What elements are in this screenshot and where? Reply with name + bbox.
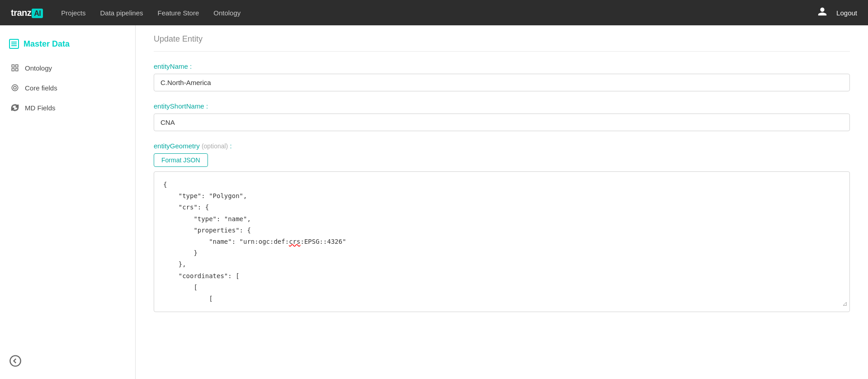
refresh-icon [10,103,19,112]
svg-point-5 [14,86,16,89]
entity-geometry-label: entityGeometry (optional) : [154,142,850,150]
svg-rect-2 [12,69,14,71]
nav-link-data-pipelines[interactable]: Data pipelines [100,9,143,17]
json-editor[interactable]: { "type": "Polygon", "crs": { "type": "n… [154,171,850,312]
logo-ai: AI [32,9,43,18]
sidebar-item-core-fields[interactable]: Core fields [0,78,135,98]
svg-rect-1 [16,65,18,67]
sidebar-title-text: Master Data [24,39,70,49]
json-text: { "type": "Polygon", "crs": { "type": "n… [163,179,840,304]
page-title: Update Entity [154,34,203,43]
main-content: Update Entity entityName : entityShortNa… [136,25,868,379]
sidebar-nav: Ontology Core fields MD Fields [0,58,135,118]
master-data-icon [9,39,19,49]
logo-tranz: tranz [11,8,31,18]
entity-geometry-optional: (optional) [202,142,228,150]
nav-link-projects[interactable]: Projects [61,9,85,17]
app-layout: Master Data Ontology Core fields MD Fiel… [0,25,868,379]
sidebar-item-md-fields[interactable]: MD Fields [0,98,135,118]
sidebar-item-ontology[interactable]: Ontology [0,58,135,78]
circle-icon [10,83,19,92]
logout-button[interactable]: Logout [836,9,857,17]
sidebar-item-core-fields-label: Core fields [25,84,57,92]
resize-handle[interactable]: ⊿ [842,298,848,310]
entity-name-group: entityName : [154,62,850,91]
svg-point-4 [12,85,18,91]
svg-rect-0 [12,65,14,67]
entity-short-name-group: entityShortName : [154,102,850,131]
entity-geometry-group: entityGeometry (optional) : Format JSON … [154,142,850,312]
entity-name-label: entityName : [154,62,850,70]
entity-short-name-label: entityShortName : [154,102,850,110]
nav-link-ontology[interactable]: Ontology [213,9,241,17]
entity-short-name-input[interactable] [154,114,850,131]
logo: tranzAI [11,8,43,18]
format-json-button[interactable]: Format JSON [154,153,208,167]
navbar-links: Projects Data pipelines Feature Store On… [61,9,817,17]
sidebar: Master Data Ontology Core fields MD Fiel… [0,25,136,379]
sidebar-item-md-fields-label: MD Fields [25,104,56,112]
entity-geometry-colon: : [230,142,231,150]
user-icon [817,7,827,19]
navbar-right: Logout [817,7,857,19]
entity-name-input[interactable] [154,74,850,91]
svg-rect-3 [16,69,18,71]
page-header: Update Entity [154,25,850,52]
nav-link-feature-store[interactable]: Feature Store [158,9,199,17]
grid-icon [10,63,19,72]
svg-point-6 [10,355,20,366]
logo-text: tranzAI [11,8,43,18]
navbar: tranzAI Projects Data pipelines Feature … [0,0,868,25]
sidebar-back-button[interactable] [9,355,22,370]
sidebar-title: Master Data [0,34,135,58]
entity-geometry-label-text: entityGeometry [154,142,200,150]
sidebar-item-ontology-label: Ontology [25,64,52,72]
